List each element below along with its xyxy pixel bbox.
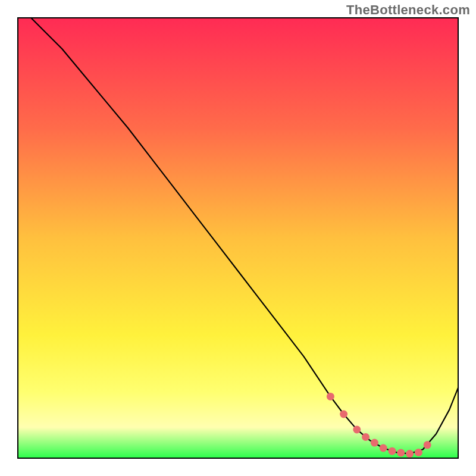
bottleneck-chart [0,0,476,476]
sweet-spot-marker [406,450,414,458]
sweet-spot-marker [380,444,387,452]
sweet-spot-marker [397,449,405,457]
sweet-spot-marker [371,439,378,447]
sweet-spot-marker [340,411,347,418]
sweet-spot-marker [327,393,334,400]
sweet-spot-marker [362,433,369,441]
gradient-background [18,18,458,458]
sweet-spot-marker [353,425,361,433]
watermark-text: TheBottleneck.com [346,2,470,18]
sweet-spot-marker [424,441,431,449]
sweet-spot-marker [415,449,422,456]
plot-area [18,18,458,458]
sweet-spot-marker [389,447,396,455]
chart-frame: TheBottleneck.com [0,0,476,476]
